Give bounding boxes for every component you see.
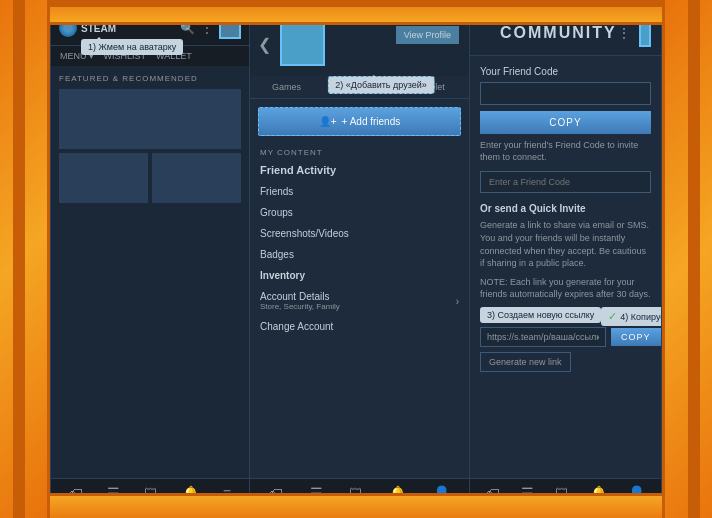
enter-friend-code-input[interactable] <box>480 171 651 193</box>
gift-decoration-top <box>40 0 672 25</box>
main-content: STEAM 🔍 ⋮ MENU ▾ WISHLIST WALLET 1) Жмем… <box>50 10 662 508</box>
back-arrow-icon[interactable]: ❮ <box>258 34 271 53</box>
list-item-inventory[interactable]: Inventory <box>250 265 469 286</box>
community-title: COMMUNITY <box>500 24 617 42</box>
featured-label: FEATURED & RECOMMENDED <box>59 74 241 83</box>
tab-games[interactable]: Games <box>250 76 323 98</box>
quick-invite-desc: Generate a link to share via email or SM… <box>480 219 651 269</box>
gift-decoration-bottom <box>40 493 672 518</box>
list-item-account[interactable]: Account Details Store, Security, Family … <box>250 286 469 316</box>
list-item-groups[interactable]: Groups <box>250 202 469 223</box>
checkmark-icon: ✓ <box>608 310 617 323</box>
community-panel: COMMUNITY ⋮ Your Friend Code COPY Enter … <box>470 10 662 508</box>
add-friends-label: + Add friends <box>342 116 401 127</box>
tooltip-copy-label: 4) Копируем новую ссылку <box>620 312 661 322</box>
generate-link-button[interactable]: Generate new link <box>480 352 571 372</box>
friend-code-section-label: Your Friend Code <box>480 66 651 77</box>
link-row: COPY <box>480 327 651 347</box>
add-person-icon: 👤+ <box>319 116 337 127</box>
invite-link-input[interactable] <box>480 327 606 347</box>
tooltip-add-friends: 2) «Добавить друзей» <box>327 76 435 94</box>
note-text: NOTE: Each link you generate for your fr… <box>480 276 651 301</box>
my-content-label: MY CONTENT <box>250 144 469 159</box>
list-item-friend-activity[interactable]: Friend Activity <box>250 159 469 181</box>
list-item-badges[interactable]: Badges <box>250 244 469 265</box>
featured-item-1 <box>59 153 148 203</box>
friend-code-input[interactable] <box>480 82 651 105</box>
or-invite-label: Or send a Quick Invite <box>480 203 651 214</box>
featured-section: FEATURED & RECOMMENDED <box>51 66 249 478</box>
tooltip-new-link-row: 3) Создаем новую ссылку <box>480 307 601 323</box>
gift-decoration-left <box>0 0 50 518</box>
copy-link-button[interactable]: COPY <box>611 328 661 346</box>
add-friends-button[interactable]: 👤+ + Add friends <box>258 107 461 136</box>
list-item-friends[interactable]: Friends <box>250 181 469 202</box>
tooltip-click-avatar: 1) Жмем на аватарку <box>81 39 183 55</box>
steam-client-panel: STEAM 🔍 ⋮ MENU ▾ WISHLIST WALLET 1) Жмем… <box>50 10 250 508</box>
tooltip-generate-bubble: 3) Создаем новую ссылку <box>480 307 601 323</box>
content-list: Friend Activity Friends Groups Screensho… <box>250 159 469 337</box>
featured-item-wide <box>59 89 241 149</box>
gift-decoration-right <box>662 0 712 518</box>
account-sublabel: Store, Security, Family <box>260 302 340 311</box>
featured-items <box>59 89 241 203</box>
view-profile-button[interactable]: View Profile <box>396 26 459 44</box>
friend-code-helper: Enter your friend's Friend Code to invit… <box>480 140 651 163</box>
step-row: 3) Создаем новую ссылку ✓ 4) Копируем но… <box>480 307 651 327</box>
list-item-screenshots[interactable]: Screenshots/Videos <box>250 223 469 244</box>
community-more-icon[interactable]: ⋮ <box>617 25 631 41</box>
list-item-change-account[interactable]: Change Account <box>250 316 469 337</box>
featured-item-2 <box>152 153 241 203</box>
chevron-right-icon: › <box>456 296 459 307</box>
account-label: Account Details <box>260 291 340 302</box>
friends-panel: ❮ View Profile 2) «Добавить друзей» Game… <box>250 10 470 508</box>
tooltip-copy-bubble: ✓ 4) Копируем новую ссылку <box>601 307 661 326</box>
copy-friend-code-button[interactable]: COPY <box>480 111 651 134</box>
community-content: Your Friend Code COPY Enter your friend'… <box>470 56 661 478</box>
profile-avatar <box>280 21 325 66</box>
